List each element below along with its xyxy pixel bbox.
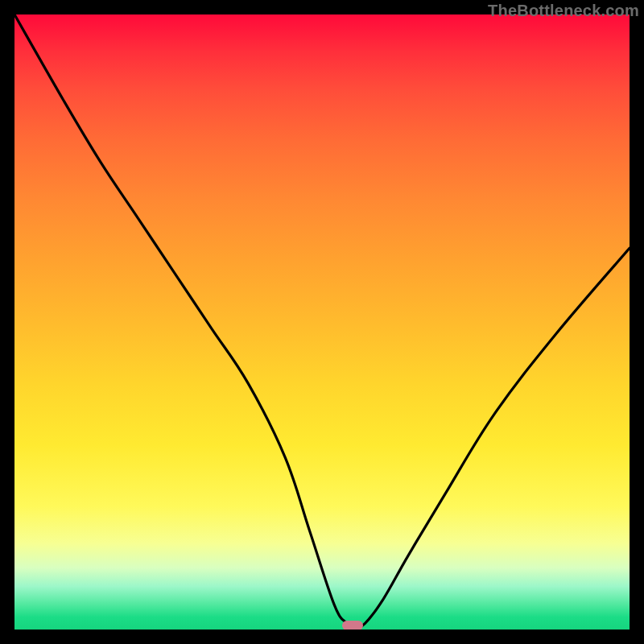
plot-area <box>14 14 630 630</box>
bottleneck-curve <box>14 14 630 630</box>
bottleneck-curve-line <box>14 14 630 630</box>
chart-stage: TheBottleneck.com <box>0 0 644 644</box>
attribution-label: TheBottleneck.com <box>488 2 639 20</box>
optimal-point-marker <box>342 621 363 630</box>
